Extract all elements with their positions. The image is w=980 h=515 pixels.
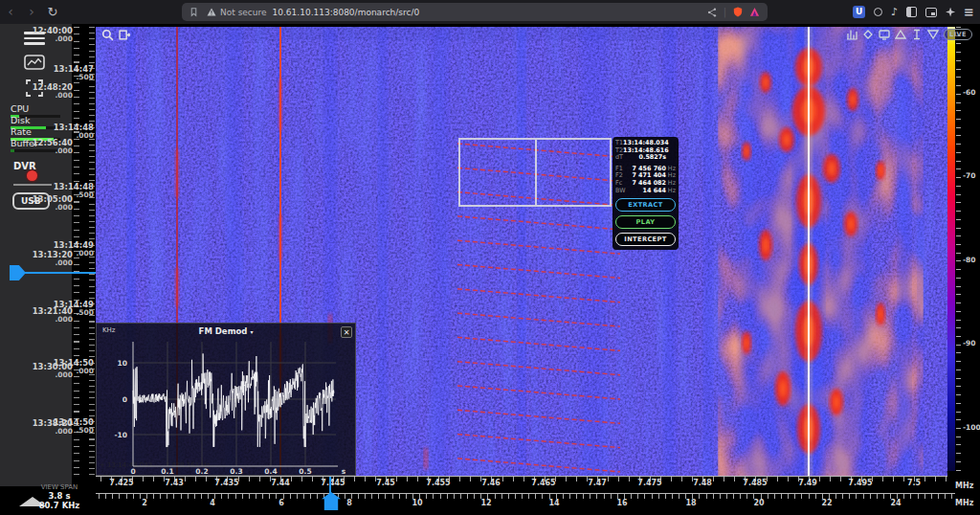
demod-x-tick-label: 0.2: [195, 467, 208, 476]
colorbar-tick-label: -70: [963, 171, 976, 180]
colorbar-tick-label: -90: [963, 339, 976, 347]
triangle-down-icon[interactable]: [927, 29, 939, 40]
action-button[interactable]: INTERCEPT: [615, 233, 676, 246]
demod-x-tick-label: 0: [130, 467, 135, 476]
demod-y-tick-label: -10: [114, 431, 127, 439]
colorbar-tick-label: -100: [963, 423, 980, 432]
rewards-icon[interactable]: [749, 7, 760, 17]
freq-tick-label: 7.435: [214, 479, 238, 487]
bookmark-icon[interactable]: [189, 7, 198, 17]
freq-tick-label: 7.5: [907, 479, 921, 487]
back-button[interactable]: ‹: [0, 0, 21, 24]
band-tick-label: 24: [890, 499, 901, 507]
demod-x-tick-label: 0.1: [161, 467, 173, 476]
warning-icon: [207, 8, 216, 16]
timeline-inner-label: 13:14:48.500: [54, 183, 94, 199]
band-tick-label: 12: [480, 499, 491, 507]
freq-tick-label: 7.465: [531, 479, 555, 487]
view-span-bandwidth: 80.7 KHz: [17, 501, 101, 510]
band-tick-label: 20: [753, 499, 764, 507]
zoom-tool-icon[interactable]: [101, 29, 114, 41]
freq-tick-label: 7.48: [693, 479, 712, 487]
timeline-inner-label: 13:14:50.500: [54, 418, 94, 435]
screen: ‹ › ↻ Not secure 10.61.10.113:8080/monar…: [0, 0, 980, 515]
pan-tool-icon[interactable]: [119, 29, 131, 41]
colorbar-labels: -60-70-80-90-100: [963, 27, 980, 471]
url-bar[interactable]: Not secure 10.61.10.113:8080/monarch/src…: [182, 3, 768, 21]
freq-axis[interactable]: 7.4257.437.4357.447.4457.457.4557.467.46…: [0, 479, 980, 492]
half-square-icon[interactable]: [906, 7, 917, 17]
freq-tick-label: 7.45: [376, 479, 395, 487]
selection-divider[interactable]: [535, 140, 537, 205]
timeline-marker-line: [25, 272, 96, 274]
browser-toolbar: ‹ › ↻ Not secure 10.61.10.113:8080/monar…: [0, 0, 980, 24]
freq-tick-label: 7.44: [271, 479, 290, 487]
freq-tick-label: 7.445: [321, 479, 345, 487]
band-marker-stem: [329, 477, 331, 494]
pill-divider: |: [724, 7, 726, 17]
info-row: dT0.5827s: [615, 154, 676, 162]
security-label: Not secure: [220, 8, 267, 17]
histogram-tool-icon[interactable]: [846, 29, 858, 40]
left-tool-icons: [101, 29, 131, 41]
buffer-meter-fill: [11, 149, 14, 152]
freq-tick-label: 7.49: [798, 479, 817, 487]
freq-tick-label: 7.475: [637, 479, 661, 487]
url-text[interactable]: 10.61.10.113:8080/monarch/src/0: [273, 8, 420, 17]
timeline-inner-ruler[interactable]: [89, 27, 95, 477]
freq-tick-label: 7.455: [426, 479, 450, 487]
right-tool-icons: LIVE: [846, 29, 972, 40]
music-note-icon[interactable]: ♪: [891, 7, 898, 17]
timeline-inner-label: 13:14:50.000: [54, 359, 94, 375]
timeline-inner-label: 13:14:49.500: [54, 301, 94, 317]
timeline-inner[interactable]: 13:14:47.500 13:14:48.000 13:14:48.500 1…: [50, 24, 94, 486]
band-tick-label: 18: [685, 499, 696, 507]
demod-x-tick-label: 0.5: [299, 467, 311, 476]
band-tick-label: 8: [346, 499, 352, 507]
shield-icon[interactable]: [733, 7, 743, 17]
colorbar-tick-label: -80: [963, 256, 976, 264]
live-button[interactable]: LIVE: [944, 29, 972, 40]
pip-icon[interactable]: [925, 8, 937, 17]
demod-y-tick-label: 0: [122, 395, 127, 404]
band-tick-label: 10: [412, 499, 422, 507]
cursor-ibeam-icon[interactable]: [911, 29, 923, 40]
selection-info-panel: T113:14:48.034 T213:14:48.616 dT0.5827s …: [612, 137, 679, 250]
ublock-icon[interactable]: U: [853, 6, 865, 18]
browser-menu-button[interactable]: ≡: [964, 5, 974, 19]
action-button[interactable]: EXTRACT: [615, 198, 676, 212]
freq-tick-label: 7.495: [848, 479, 872, 487]
layers-tool-icon[interactable]: [862, 29, 874, 40]
colorbar-tick-label: -60: [963, 88, 976, 97]
colorbar-gradient[interactable]: [947, 27, 955, 471]
freq-tick-label: 7.47: [588, 479, 607, 487]
timeline-inner-label: 13:14:48.000: [54, 123, 94, 140]
forward-button[interactable]: ›: [21, 0, 42, 24]
view-span-label: VIEW SPAN: [17, 483, 101, 491]
band-unit-label: MHz: [955, 499, 973, 507]
display-tool-icon[interactable]: [879, 29, 890, 40]
ring-extension-icon[interactable]: [874, 8, 882, 16]
extension-area: U ♪ ≡: [853, 0, 974, 24]
demod-x-unit: s: [342, 467, 345, 476]
colorbar-ruler: [956, 27, 961, 471]
band-tick-label: 6: [278, 499, 284, 507]
band-tick-label: 16: [616, 499, 627, 507]
reload-button[interactable]: ↻: [42, 0, 63, 24]
action-button[interactable]: PLAY: [615, 215, 676, 229]
band-tick-label: 4: [210, 499, 215, 507]
freq-tick-label: 7.43: [165, 479, 184, 487]
demod-popup: KHz FM Demod ▾ ✕ 100-10 00.10.20.30.40.5…: [96, 323, 356, 476]
demod-y-tick-label: 10: [118, 359, 127, 368]
share-icon[interactable]: [707, 8, 717, 17]
band-tick-label: 2: [142, 499, 147, 507]
freq-unit-label: MHz: [955, 481, 973, 490]
freq-tick-label: 7.485: [743, 479, 767, 487]
info-row: BW14 644Hz: [615, 188, 676, 195]
band-axis[interactable]: 24681012141618202224: [0, 499, 980, 512]
spark-icon[interactable]: [946, 8, 955, 17]
view-span: VIEW SPAN 3.8 s 80.7 KHz: [17, 483, 101, 510]
freq-tick-label: 7.425: [109, 479, 133, 487]
selection-box[interactable]: [458, 138, 612, 207]
triangle-up-icon[interactable]: [895, 29, 906, 40]
